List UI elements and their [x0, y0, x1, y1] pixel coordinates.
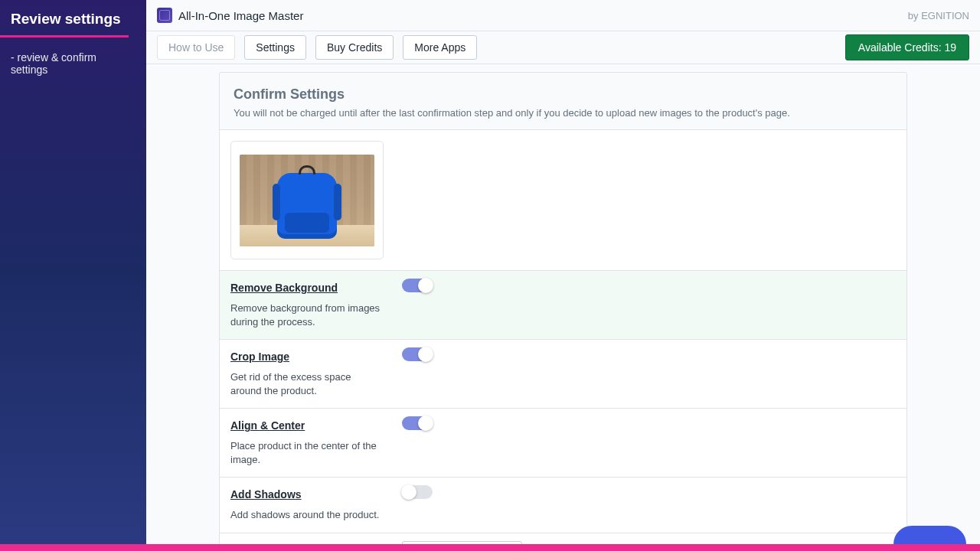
thumbnail-section: [220, 130, 906, 270]
app-icon: [157, 8, 172, 23]
setting-row-align-center: Align & Center Place product in the cent…: [220, 408, 906, 477]
toggle-remove-background[interactable]: [402, 279, 433, 292]
app-name: All-In-One Image Master: [178, 9, 303, 22]
chat-fab[interactable]: [893, 526, 966, 544]
setting-title-add-shadows[interactable]: Add Shadows: [230, 488, 381, 500]
setting-desc-remove-background: Remove background from images during the…: [230, 302, 381, 328]
sidebar-underline: [0, 35, 129, 37]
setting-row-crop-image: Crop Image Get rid of the excess space a…: [220, 339, 906, 408]
by-name[interactable]: EGNITION: [921, 10, 969, 21]
main: All-In-One Image Master by EGNITION How …: [146, 0, 980, 544]
toggle-crop-image[interactable]: [402, 347, 433, 361]
available-credits-button[interactable]: Available Credits: 19: [845, 34, 969, 60]
sidebar: Review settings - review & confirm setti…: [0, 0, 146, 544]
more-apps-button[interactable]: More Apps: [403, 35, 477, 60]
product-thumbnail-image: [240, 155, 374, 246]
product-thumbnail[interactable]: [230, 141, 384, 259]
setting-title-crop-image[interactable]: Crop Image: [230, 350, 381, 363]
setting-title-align-center[interactable]: Align & Center: [230, 419, 381, 432]
sidebar-item-review[interactable]: - review & confirm settings: [0, 51, 146, 76]
sidebar-title: Review settings: [0, 0, 146, 35]
toggle-align-center[interactable]: [402, 416, 433, 430]
how-to-use-button[interactable]: How to Use: [157, 35, 235, 60]
card-subtitle: You will not be charged until after the …: [234, 107, 893, 119]
setting-desc-crop-image: Get rid of the excess space around the p…: [230, 370, 381, 397]
setting-row-remove-background: Remove Background Remove background from…: [220, 270, 906, 339]
setting-title-remove-background[interactable]: Remove Background: [230, 282, 381, 294]
by-prefix: by: [908, 10, 921, 21]
card-header: Confirm Settings You will not be charged…: [220, 73, 906, 130]
app-attribution: by EGNITION: [908, 10, 969, 21]
buy-credits-button[interactable]: Buy Credits: [315, 35, 394, 60]
toolbar: How to Use Settings Buy Credits More App…: [146, 31, 980, 64]
card-title: Confirm Settings: [234, 86, 893, 103]
content: Confirm Settings You will not be charged…: [146, 64, 980, 551]
toggle-add-shadows[interactable]: [402, 485, 433, 499]
settings-button[interactable]: Settings: [244, 35, 306, 60]
bottom-accent-bar: [0, 544, 980, 551]
setting-desc-add-shadows: Add shadows around the product.: [230, 508, 381, 522]
settings-card: Confirm Settings You will not be charged…: [219, 72, 907, 551]
setting-desc-align-center: Place product in the center of the image…: [230, 439, 381, 466]
setting-row-add-shadows: Add Shadows Add shadows around the produ…: [220, 477, 906, 533]
topbar: All-In-One Image Master by EGNITION: [146, 0, 980, 31]
